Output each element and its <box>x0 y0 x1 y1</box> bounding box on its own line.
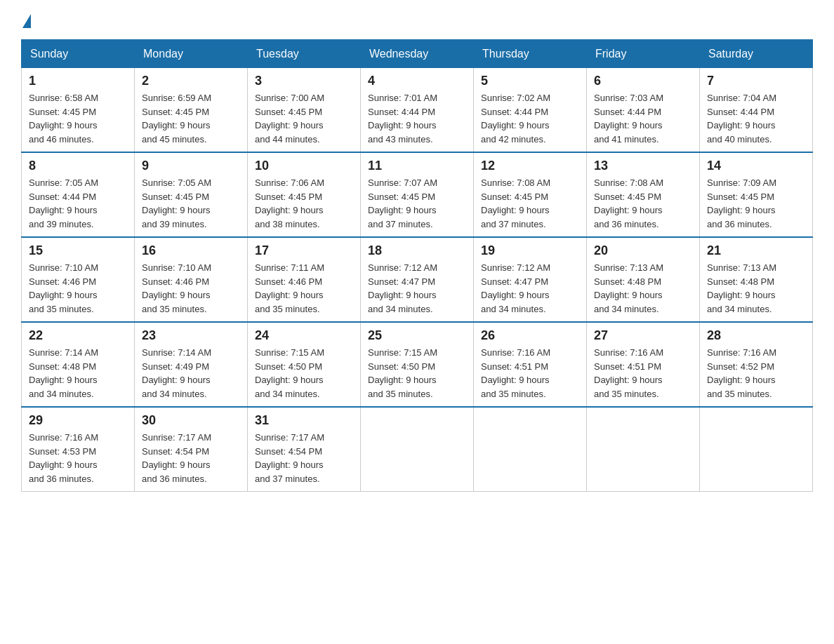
day-number: 25 <box>368 328 466 343</box>
calendar-cell: 2 Sunrise: 6:59 AM Sunset: 4:45 PM Dayli… <box>135 68 248 153</box>
day-number: 13 <box>594 159 692 173</box>
day-number: 3 <box>255 74 353 88</box>
day-number: 17 <box>255 243 353 258</box>
calendar-cell: 8 Sunrise: 7:05 AM Sunset: 4:44 PM Dayli… <box>22 152 135 237</box>
day-number: 1 <box>29 74 127 88</box>
logo <box>21 14 32 27</box>
day-number: 11 <box>368 159 466 173</box>
day-info: Sunrise: 7:15 AM Sunset: 4:50 PM Dayligh… <box>255 346 353 401</box>
calendar-cell: 7 Sunrise: 7:04 AM Sunset: 4:44 PM Dayli… <box>700 68 813 153</box>
calendar-cell: 12 Sunrise: 7:08 AM Sunset: 4:45 PM Dayl… <box>474 152 587 237</box>
calendar-cell: 13 Sunrise: 7:08 AM Sunset: 4:45 PM Dayl… <box>587 152 700 237</box>
day-info: Sunrise: 7:08 AM Sunset: 4:45 PM Dayligh… <box>481 176 579 231</box>
calendar-cell: 19 Sunrise: 7:12 AM Sunset: 4:47 PM Dayl… <box>474 237 587 322</box>
calendar-cell: 16 Sunrise: 7:10 AM Sunset: 4:46 PM Dayl… <box>135 237 248 322</box>
calendar-cell: 18 Sunrise: 7:12 AM Sunset: 4:47 PM Dayl… <box>361 237 474 322</box>
day-info: Sunrise: 7:14 AM Sunset: 4:49 PM Dayligh… <box>142 346 240 401</box>
day-number: 20 <box>594 243 692 258</box>
day-number: 28 <box>707 328 805 343</box>
header-thursday: Thursday <box>474 40 587 68</box>
calendar-cell <box>361 407 474 492</box>
calendar-cell: 21 Sunrise: 7:13 AM Sunset: 4:48 PM Dayl… <box>700 237 813 322</box>
day-info: Sunrise: 7:16 AM Sunset: 4:53 PM Dayligh… <box>29 431 127 485</box>
calendar-cell <box>587 407 700 492</box>
day-info: Sunrise: 7:12 AM Sunset: 4:47 PM Dayligh… <box>368 261 466 316</box>
calendar-header: SundayMondayTuesdayWednesdayThursdayFrid… <box>22 40 813 68</box>
day-info: Sunrise: 7:17 AM Sunset: 4:54 PM Dayligh… <box>142 431 240 485</box>
day-number: 31 <box>255 413 353 428</box>
calendar-cell: 11 Sunrise: 7:07 AM Sunset: 4:45 PM Dayl… <box>361 152 474 237</box>
calendar-table: SundayMondayTuesdayWednesdayThursdayFrid… <box>21 39 813 492</box>
day-info: Sunrise: 7:16 AM Sunset: 4:51 PM Dayligh… <box>481 346 579 401</box>
calendar-cell: 28 Sunrise: 7:16 AM Sunset: 4:52 PM Dayl… <box>700 322 813 407</box>
week-row-2: 8 Sunrise: 7:05 AM Sunset: 4:44 PM Dayli… <box>22 152 813 237</box>
calendar-cell: 31 Sunrise: 7:17 AM Sunset: 4:54 PM Dayl… <box>248 407 361 492</box>
day-number: 9 <box>142 159 240 173</box>
calendar-cell: 15 Sunrise: 7:10 AM Sunset: 4:46 PM Dayl… <box>22 237 135 322</box>
calendar-cell: 14 Sunrise: 7:09 AM Sunset: 4:45 PM Dayl… <box>700 152 813 237</box>
calendar-cell: 5 Sunrise: 7:02 AM Sunset: 4:44 PM Dayli… <box>474 68 587 153</box>
day-number: 10 <box>255 159 353 173</box>
calendar-cell: 25 Sunrise: 7:15 AM Sunset: 4:50 PM Dayl… <box>361 322 474 407</box>
day-info: Sunrise: 7:07 AM Sunset: 4:45 PM Dayligh… <box>368 176 466 231</box>
calendar-cell: 17 Sunrise: 7:11 AM Sunset: 4:46 PM Dayl… <box>248 237 361 322</box>
day-info: Sunrise: 7:10 AM Sunset: 4:46 PM Dayligh… <box>142 261 240 316</box>
calendar-cell: 29 Sunrise: 7:16 AM Sunset: 4:53 PM Dayl… <box>22 407 135 492</box>
calendar-cell: 4 Sunrise: 7:01 AM Sunset: 4:44 PM Dayli… <box>361 68 474 153</box>
day-number: 24 <box>255 328 353 343</box>
calendar-cell: 20 Sunrise: 7:13 AM Sunset: 4:48 PM Dayl… <box>587 237 700 322</box>
header-sunday: Sunday <box>22 40 135 68</box>
header-monday: Monday <box>135 40 248 68</box>
day-info: Sunrise: 6:58 AM Sunset: 4:45 PM Dayligh… <box>29 91 127 146</box>
day-number: 16 <box>142 243 240 258</box>
day-info: Sunrise: 7:06 AM Sunset: 4:45 PM Dayligh… <box>255 176 353 231</box>
week-row-4: 22 Sunrise: 7:14 AM Sunset: 4:48 PM Dayl… <box>22 322 813 407</box>
day-info: Sunrise: 7:10 AM Sunset: 4:46 PM Dayligh… <box>29 261 127 316</box>
header-wednesday: Wednesday <box>361 40 474 68</box>
calendar-cell: 30 Sunrise: 7:17 AM Sunset: 4:54 PM Dayl… <box>135 407 248 492</box>
calendar-cell: 22 Sunrise: 7:14 AM Sunset: 4:48 PM Dayl… <box>22 322 135 407</box>
week-row-5: 29 Sunrise: 7:16 AM Sunset: 4:53 PM Dayl… <box>22 407 813 492</box>
day-number: 23 <box>142 328 240 343</box>
day-info: Sunrise: 7:15 AM Sunset: 4:50 PM Dayligh… <box>368 346 466 401</box>
day-info: Sunrise: 7:04 AM Sunset: 4:44 PM Dayligh… <box>707 91 805 146</box>
day-number: 14 <box>707 159 805 173</box>
header-friday: Friday <box>587 40 700 68</box>
day-info: Sunrise: 7:09 AM Sunset: 4:45 PM Dayligh… <box>707 176 805 231</box>
day-info: Sunrise: 7:16 AM Sunset: 4:51 PM Dayligh… <box>594 346 692 401</box>
day-info: Sunrise: 7:11 AM Sunset: 4:46 PM Dayligh… <box>255 261 353 316</box>
calendar-cell: 27 Sunrise: 7:16 AM Sunset: 4:51 PM Dayl… <box>587 322 700 407</box>
day-info: Sunrise: 7:12 AM Sunset: 4:47 PM Dayligh… <box>481 261 579 316</box>
day-number: 18 <box>368 243 466 258</box>
week-row-3: 15 Sunrise: 7:10 AM Sunset: 4:46 PM Dayl… <box>22 237 813 322</box>
day-info: Sunrise: 7:03 AM Sunset: 4:44 PM Dayligh… <box>594 91 692 146</box>
calendar-cell <box>700 407 813 492</box>
day-info: Sunrise: 7:01 AM Sunset: 4:44 PM Dayligh… <box>368 91 466 146</box>
day-number: 26 <box>481 328 579 343</box>
page-header <box>21 14 813 27</box>
day-number: 12 <box>481 159 579 173</box>
day-info: Sunrise: 7:00 AM Sunset: 4:45 PM Dayligh… <box>255 91 353 146</box>
calendar-cell <box>474 407 587 492</box>
header-saturday: Saturday <box>700 40 813 68</box>
day-info: Sunrise: 7:17 AM Sunset: 4:54 PM Dayligh… <box>255 431 353 485</box>
calendar-cell: 9 Sunrise: 7:05 AM Sunset: 4:45 PM Dayli… <box>135 152 248 237</box>
day-info: Sunrise: 6:59 AM Sunset: 4:45 PM Dayligh… <box>142 91 240 146</box>
day-info: Sunrise: 7:16 AM Sunset: 4:52 PM Dayligh… <box>707 346 805 401</box>
day-number: 30 <box>142 413 240 428</box>
calendar-cell: 6 Sunrise: 7:03 AM Sunset: 4:44 PM Dayli… <box>587 68 700 153</box>
day-number: 8 <box>29 159 127 173</box>
day-number: 7 <box>707 74 805 88</box>
calendar-cell: 1 Sunrise: 6:58 AM Sunset: 4:45 PM Dayli… <box>22 68 135 153</box>
day-info: Sunrise: 7:05 AM Sunset: 4:44 PM Dayligh… <box>29 176 127 231</box>
week-row-1: 1 Sunrise: 6:58 AM Sunset: 4:45 PM Dayli… <box>22 68 813 153</box>
day-number: 22 <box>29 328 127 343</box>
day-number: 19 <box>481 243 579 258</box>
day-info: Sunrise: 7:05 AM Sunset: 4:45 PM Dayligh… <box>142 176 240 231</box>
calendar-cell: 26 Sunrise: 7:16 AM Sunset: 4:51 PM Dayl… <box>474 322 587 407</box>
calendar-cell: 23 Sunrise: 7:14 AM Sunset: 4:49 PM Dayl… <box>135 322 248 407</box>
day-number: 27 <box>594 328 692 343</box>
day-info: Sunrise: 7:13 AM Sunset: 4:48 PM Dayligh… <box>594 261 692 316</box>
header-tuesday: Tuesday <box>248 40 361 68</box>
calendar-cell: 3 Sunrise: 7:00 AM Sunset: 4:45 PM Dayli… <box>248 68 361 153</box>
